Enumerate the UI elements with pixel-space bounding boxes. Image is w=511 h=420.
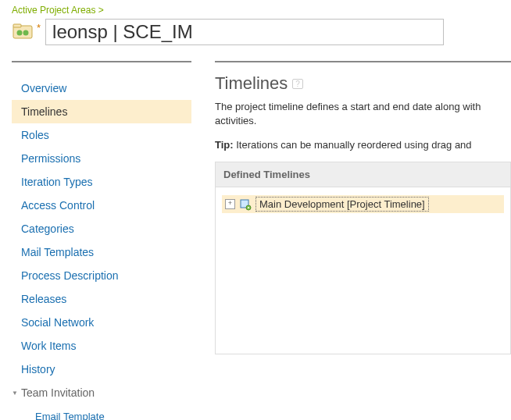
timeline-row[interactable]: + Main Development [Project Timeline] [222, 195, 504, 213]
page-tip: Tip: Iterations can be manually reordere… [215, 139, 511, 151]
svg-point-3 [23, 30, 29, 36]
page-title: Timelines [215, 73, 288, 94]
title-row: * [12, 19, 511, 45]
sidebar-item-history[interactable]: History [12, 358, 191, 381]
svg-point-2 [17, 30, 23, 36]
project-title-input[interactable] [45, 19, 444, 45]
tip-label: Tip: [215, 139, 234, 151]
sidebar-item-team-invitation[interactable]: Team Invitation [12, 381, 191, 405]
sidebar-item-permissions[interactable]: Permissions [12, 147, 191, 170]
sidebar-item-access-control[interactable]: Access Control [12, 194, 191, 217]
sidebar-item-work-items[interactable]: Work Items [12, 334, 191, 358]
breadcrumb-sep: > [98, 5, 104, 16]
sidebar-item-releases[interactable]: Releases [12, 287, 191, 311]
timeline-icon [239, 198, 252, 211]
sidebar-item-email-template[interactable]: Email Template [12, 405, 191, 420]
sidebar-item-iteration-types[interactable]: Iteration Types [12, 170, 191, 194]
project-area-icon [12, 23, 34, 41]
sidebar-item-social-network[interactable]: Social Network [12, 311, 191, 334]
breadcrumb: Active Project Areas > [12, 5, 511, 16]
sidebar-item-mail-templates[interactable]: Mail Templates [12, 240, 191, 264]
sidebar-item-process-description[interactable]: Process Description [12, 264, 191, 287]
sidebar: Overview Timelines Roles Permissions Ite… [12, 61, 191, 420]
breadcrumb-link[interactable]: Active Project Areas [12, 5, 95, 16]
sidebar-item-overview[interactable]: Overview [12, 77, 191, 100]
defined-timelines-panel: Defined Timelines + Main Development [Pr… [215, 162, 511, 354]
panel-body: + Main Development [Project Timeline] [216, 187, 510, 354]
svg-rect-1 [13, 24, 21, 27]
help-icon[interactable]: ? [292, 79, 303, 89]
expand-icon[interactable]: + [225, 199, 235, 209]
timeline-label[interactable]: Main Development [Project Timeline] [256, 197, 429, 212]
tip-text: Iterations can be manually reordered usi… [236, 139, 471, 151]
panel-title: Defined Timelines [216, 162, 510, 187]
sidebar-item-categories[interactable]: Categories [12, 217, 191, 240]
sidebar-item-roles[interactable]: Roles [12, 123, 191, 147]
page-description: The project timeline defines a start and… [215, 100, 511, 128]
main-content: Timelines ? The project timeline defines… [215, 61, 511, 420]
modified-asterisk-icon: * [37, 22, 41, 34]
sidebar-item-timelines[interactable]: Timelines [12, 100, 191, 123]
